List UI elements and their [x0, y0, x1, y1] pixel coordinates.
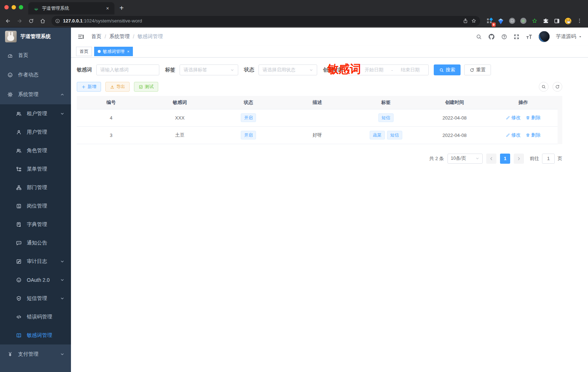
sidebar-item-error-code[interactable]: 错误码管理 — [0, 308, 71, 326]
profile-avatar-emoji[interactable] — [564, 17, 572, 25]
tag-select[interactable]: 请选择标签 — [180, 64, 238, 75]
home-button[interactable] — [38, 16, 48, 26]
help-icon[interactable] — [501, 34, 507, 40]
window-close-button[interactable] — [4, 5, 9, 9]
side-panel-icon[interactable] — [553, 17, 561, 25]
user-menu[interactable]: 芋道源码 — [556, 33, 582, 40]
toggle-search-button[interactable] — [539, 82, 549, 92]
extension-grid-icon[interactable]: 9 — [485, 17, 494, 25]
browser-toolbar: 127.0.0.1:1024/system/sensitive-word 9 — [0, 14, 588, 28]
breadcrumb-separator: / — [133, 34, 134, 39]
github-icon[interactable] — [488, 33, 495, 40]
view-tab-home[interactable]: 首页 — [76, 47, 92, 56]
window-zoom-button[interactable] — [19, 5, 23, 9]
sidebar-item-system[interactable]: 系统管理 — [0, 85, 71, 104]
user-avatar[interactable] — [539, 31, 550, 42]
view-tab-sensitive-word[interactable]: 敏感词管理× — [94, 47, 133, 56]
cell-tags: 短信 — [352, 109, 420, 126]
tag-label: 标签 — [165, 67, 175, 73]
reset-button[interactable]: 重置 — [464, 64, 491, 75]
extensions-puzzle-icon[interactable] — [541, 17, 550, 25]
keyword-input[interactable]: 请输入敏感词 — [96, 64, 159, 75]
sidebar-item-home[interactable]: 首页 — [0, 46, 71, 65]
sidebar-item-author-news[interactable]: 作者动态 — [0, 65, 71, 85]
breadcrumb-item[interactable]: 首页 — [91, 33, 101, 40]
sidebar-item-sms[interactable]: 短信管理 — [0, 289, 71, 308]
back-button[interactable] — [3, 16, 13, 26]
app-title: 芋道管理系统 — [20, 33, 51, 40]
reload-button[interactable] — [26, 16, 36, 26]
edit-link[interactable]: 修改 — [506, 114, 521, 121]
sidebar-item-post[interactable]: 岗位管理 — [0, 197, 71, 215]
status-select[interactable]: 请选择启用状态 — [259, 64, 317, 75]
extension-kite-icon[interactable] — [496, 17, 505, 25]
sidebar-item-dept[interactable]: 部门管理 — [0, 178, 71, 197]
extension-star-icon[interactable] — [530, 17, 539, 25]
bookmark-star-icon[interactable] — [471, 18, 476, 24]
status-label: 状态 — [244, 67, 254, 73]
fullscreen-icon[interactable] — [513, 34, 520, 40]
badge-icon — [16, 203, 22, 209]
browser-menu-icon[interactable] — [575, 17, 584, 25]
next-page-button[interactable] — [514, 154, 524, 164]
goto-page-input[interactable]: 1 — [542, 154, 555, 164]
header-search-icon[interactable] — [476, 34, 482, 40]
prev-page-button[interactable] — [486, 154, 496, 164]
browser-tab[interactable]: 芋道管理系统 × — [28, 2, 114, 14]
url-path: :1024/system/sensitive-word — [83, 18, 142, 24]
tab-close-icon[interactable]: × — [127, 49, 129, 54]
edit-link[interactable]: 修改 — [506, 132, 521, 138]
share-icon[interactable] — [463, 18, 468, 24]
delete-link[interactable]: 删除 — [526, 114, 541, 121]
chevron-down-icon — [60, 112, 64, 116]
new-tab-button[interactable]: + — [114, 4, 129, 14]
breadcrumb-separator: / — [105, 34, 106, 39]
window-minimize-button[interactable] — [12, 5, 16, 9]
sidebar-item-oauth2[interactable]: OAuth 2.0 — [0, 271, 71, 289]
breadcrumb-item[interactable]: 系统管理 — [109, 33, 130, 40]
sidebar-item-label: 支付管理 — [18, 351, 55, 358]
sidebar-logo[interactable]: 芋道管理系统 — [0, 28, 71, 46]
sidebar-collapse-button[interactable] — [76, 32, 85, 41]
sidebar-item-pay[interactable]: 支付管理 — [0, 344, 71, 364]
export-button[interactable]: 导出 — [105, 82, 130, 92]
refresh-table-button[interactable] — [553, 82, 562, 92]
delete-link[interactable]: 删除 — [526, 132, 541, 138]
action-label: 修改 — [511, 132, 521, 138]
sidebar-item-audit-log[interactable]: 审计日志 — [0, 252, 71, 271]
sidebar-item-label: 字典管理 — [27, 221, 64, 228]
download-icon — [110, 85, 114, 89]
shield-icon — [16, 296, 22, 301]
org-icon — [16, 185, 22, 191]
search-button[interactable]: 搜索 — [434, 64, 461, 75]
robot-icon — [16, 277, 22, 283]
sidebar-item-role[interactable]: 角色管理 — [0, 141, 71, 160]
total-count: 共 2 条 — [429, 155, 444, 162]
action-label: 删除 — [531, 114, 541, 121]
extension-command-icon[interactable] — [508, 17, 516, 25]
edit-icon — [506, 116, 510, 120]
status-tag[interactable]: 开启 — [241, 113, 256, 122]
sidebar-item-user[interactable]: 用户管理 — [0, 123, 71, 141]
address-bar[interactable]: 127.0.0.1:1024/system/sensitive-word — [51, 16, 480, 26]
url-text: 127.0.0.1:1024/system/sensitive-word — [63, 18, 142, 24]
sidebar-item-sensitive-word[interactable]: 敏感词管理 — [0, 326, 71, 344]
add-button[interactable]: 新增 — [77, 82, 101, 92]
sidebar-item-menu[interactable]: 菜单管理 — [0, 160, 71, 178]
page-size-select[interactable]: 10条/页 — [448, 154, 483, 164]
tag-chip: 短信 — [378, 113, 394, 122]
action-label: 删除 — [531, 132, 541, 138]
status-tag[interactable]: 开启 — [241, 131, 256, 139]
page-number-1[interactable]: 1 — [500, 154, 510, 164]
sidebar-item-tenant[interactable]: 租户管理 — [0, 104, 71, 123]
test-button[interactable]: 测试 — [134, 82, 158, 92]
sidebar-item-dict[interactable]: 字典管理 — [0, 215, 71, 234]
extensions-area: 9 — [484, 17, 585, 25]
extension-record-icon[interactable] — [519, 17, 528, 25]
forward-button[interactable] — [14, 16, 25, 26]
font-size-icon[interactable] — [526, 33, 533, 40]
site-info-icon[interactable] — [55, 18, 60, 24]
sidebar-item-notice[interactable]: 通知公告 — [0, 234, 71, 252]
code-icon — [16, 314, 22, 320]
tab-close-icon[interactable]: × — [104, 5, 111, 11]
